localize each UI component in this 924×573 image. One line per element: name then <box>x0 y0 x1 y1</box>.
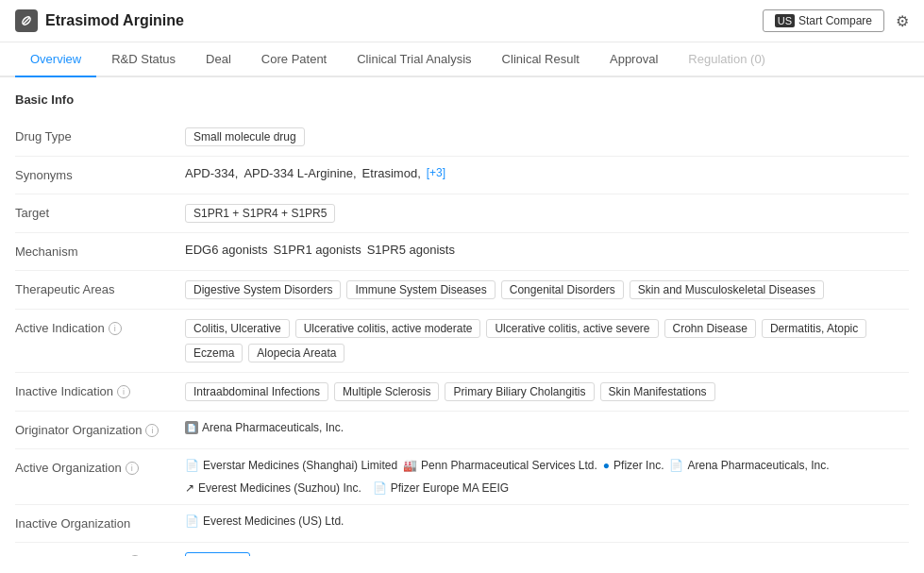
tab-overview[interactable]: Overview <box>15 42 96 77</box>
tab-approval[interactable]: Approval <box>595 42 673 77</box>
section-basic-info: Basic Info <box>15 93 909 107</box>
inactive-indication-info-icon[interactable]: i <box>117 385 130 398</box>
label-inactive-indication: Inactive Indication i <box>15 382 185 398</box>
tab-regulation: Regulation (0) <box>673 42 781 77</box>
value-mechanism: EDG6 agonists S1PR1 agonists S1PR5 agoni… <box>185 243 909 257</box>
active-org-5: ↗ Everest Medicines (Suzhou) Inc. <box>185 481 361 495</box>
compare-icon: US <box>775 14 795 27</box>
field-originator-org: Originator Organization i 📄 Arena Pharma… <box>15 412 909 449</box>
therapeutic-area-1: Digestive System Disorders <box>185 280 341 299</box>
active-org-2-icon: 🏭 <box>403 459 417 472</box>
active-ind-6: Eczema <box>185 344 243 362</box>
active-indication-info-icon[interactable]: i <box>109 322 122 335</box>
label-synonyms: Synonyms <box>15 166 185 182</box>
label-active-org: Active Organization i <box>15 459 185 475</box>
value-inactive-org: 📄 Everest Medicines (US) Ltd. <box>185 514 909 528</box>
value-synonyms: APD-334, APD-334 L-Arginine, Etrasimod, … <box>185 166 909 180</box>
drug-icon <box>15 9 38 32</box>
approved-tag: Approved <box>185 552 250 556</box>
field-drug-highest-phase: Drug Highest Phase i Approved <box>15 543 909 556</box>
active-org-5-icon: ↗ <box>185 481 194 495</box>
active-ind-1: Colitis, Ulcerative <box>185 319 290 338</box>
mechanism-1: EDG6 agonists <box>185 243 267 257</box>
value-drug-type: Small molecule drug <box>185 127 909 146</box>
tab-clinical-trial-analysis[interactable]: Clinical Trial Analysis <box>342 42 486 77</box>
tab-rd-status[interactable]: R&D Status <box>96 42 191 77</box>
active-ind-4: Crohn Disease <box>664 319 756 338</box>
therapeutic-area-3: Congenital Disorders <box>501 280 624 299</box>
header-left: Etrasimod Arginine <box>15 9 184 32</box>
label-active-indication: Active Indication i <box>15 319 185 335</box>
label-inactive-org: Inactive Organization <box>15 514 185 531</box>
value-therapeutic-areas: Digestive System Disorders Immune System… <box>185 280 909 299</box>
active-org-4-icon: 📄 <box>669 459 683 472</box>
label-therapeutic-areas: Therapeutic Areas <box>15 280 185 296</box>
tab-clinical-result[interactable]: Clinical Result <box>487 42 595 77</box>
active-ind-7: Alopecia Areata <box>248 344 344 362</box>
value-active-org: 📄 Everstar Medicines (Shanghai) Limited … <box>185 459 909 495</box>
start-compare-button[interactable]: US Start Compare <box>763 9 884 32</box>
field-therapeutic-areas: Therapeutic Areas Digestive System Disor… <box>15 271 909 310</box>
synonyms-plus[interactable]: [+3] <box>427 166 445 179</box>
active-ind-5: Dermatitis, Atopic <box>762 319 866 338</box>
value-inactive-indication: Intraabdominal Infections Multiple Scler… <box>185 382 909 401</box>
active-org-6-icon: 📄 <box>373 481 387 495</box>
header-right: US Start Compare ⚙ <box>763 9 909 32</box>
field-inactive-indication: Inactive Indication i Intraabdominal Inf… <box>15 373 909 412</box>
tabs-bar: Overview R&D Status Deal Core Patent Cli… <box>0 42 924 77</box>
inactive-ind-3: Primary Biliary Cholangitis <box>445 382 594 401</box>
field-target: Target S1PR1 + S1PR4 + S1PR5 <box>15 194 909 233</box>
synonym-1: APD-334, <box>185 166 238 180</box>
active-org-4: 📄 Arena Pharmaceuticals, Inc. <box>669 459 829 472</box>
field-inactive-org: Inactive Organization 📄 Everest Medicine… <box>15 505 909 543</box>
active-org-1-icon: 📄 <box>185 459 199 472</box>
field-drug-type: Drug Type Small molecule drug <box>15 118 909 157</box>
label-originator-org: Originator Organization i <box>15 421 185 437</box>
mechanism-3: S1PR5 agonists <box>367 243 455 257</box>
inactive-org-icon: 📄 <box>185 514 199 528</box>
value-originator-org: 📄 Arena Pharmaceuticals, Inc. <box>185 421 909 434</box>
value-drug-highest-phase: Approved <box>185 552 909 556</box>
therapeutic-area-2: Immune System Diseases <box>346 280 495 299</box>
settings-icon[interactable]: ⚙ <box>896 12 909 30</box>
drug-highest-phase-info-icon[interactable]: i <box>128 555 142 557</box>
active-org-info-icon[interactable]: i <box>126 462 139 475</box>
active-org-row2: ↗ Everest Medicines (Suzhou) Inc. 📄 Pfiz… <box>185 481 909 495</box>
field-active-org: Active Organization i 📄 Everstar Medicin… <box>15 449 909 505</box>
active-org-2: 🏭 Penn Pharmaceutical Services Ltd. <box>403 459 597 472</box>
header: Etrasimod Arginine US Start Compare ⚙ <box>0 0 924 42</box>
inactive-org-item: 📄 Everest Medicines (US) Ltd. <box>185 514 344 528</box>
synonym-3: Etrasimod, <box>362 166 421 180</box>
tab-deal[interactable]: Deal <box>191 42 246 77</box>
originator-org-icon: 📄 <box>185 421 198 434</box>
active-org-3-icon: ● <box>603 459 610 472</box>
label-drug-type: Drug Type <box>15 127 185 143</box>
compare-label: Start Compare <box>798 14 872 27</box>
field-synonyms: Synonyms APD-334, APD-334 L-Arginine, Et… <box>15 157 909 194</box>
inactive-ind-2: Multiple Sclerosis <box>334 382 439 401</box>
value-active-indication: Colitis, Ulcerative Ulcerative colitis, … <box>185 319 909 362</box>
field-active-indication: Active Indication i Colitis, Ulcerative … <box>15 310 909 373</box>
drug-type-tag: Small molecule drug <box>185 127 305 146</box>
originator-org-item: 📄 Arena Pharmaceuticals, Inc. <box>185 421 344 434</box>
tab-core-patent[interactable]: Core Patent <box>246 42 342 77</box>
drug-title: Etrasimod Arginine <box>45 12 184 29</box>
field-mechanism: Mechanism EDG6 agonists S1PR1 agonists S… <box>15 233 909 271</box>
inactive-ind-4: Skin Manifestations <box>600 382 715 401</box>
inactive-ind-1: Intraabdominal Infections <box>185 382 328 401</box>
synonym-2: APD-334 L-Arginine, <box>244 166 356 180</box>
therapeutic-area-4: Skin and Musculoskeletal Diseases <box>630 280 824 299</box>
mechanism-2: S1PR1 agonists <box>273 243 361 257</box>
active-ind-2: Ulcerative colitis, active moderate <box>295 319 481 338</box>
active-ind-3: Ulcerative colitis, active severe <box>486 319 658 338</box>
label-mechanism: Mechanism <box>15 243 185 259</box>
active-org-6: 📄 Pfizer Europe MA EEIG <box>373 481 509 495</box>
target-tag: S1PR1 + S1PR4 + S1PR5 <box>185 204 335 223</box>
label-drug-highest-phase: Drug Highest Phase i <box>15 552 185 556</box>
originator-org-info-icon[interactable]: i <box>145 424 159 437</box>
active-org-3: ● Pfizer Inc. <box>603 459 664 472</box>
active-org-1: 📄 Everstar Medicines (Shanghai) Limited <box>185 459 397 472</box>
label-target: Target <box>15 204 185 220</box>
main-content: Basic Info Drug Type Small molecule drug… <box>0 77 924 556</box>
value-target: S1PR1 + S1PR4 + S1PR5 <box>185 204 909 223</box>
